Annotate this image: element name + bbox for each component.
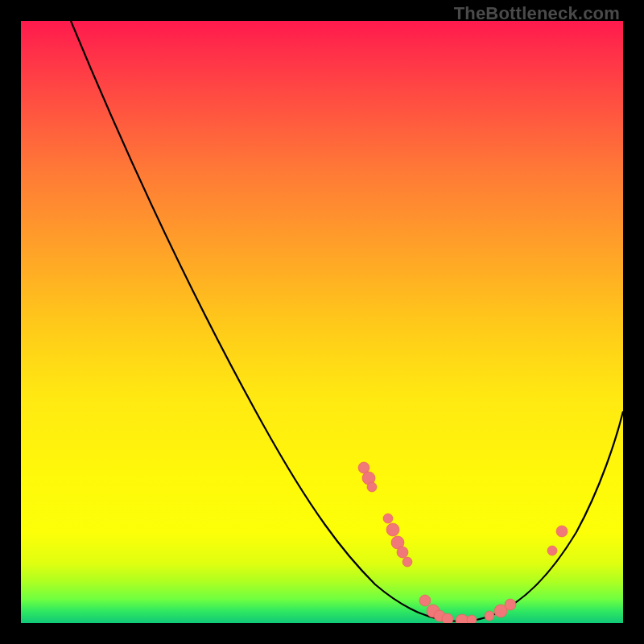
curve-marker (467, 615, 477, 623)
curve-marker (383, 514, 393, 523)
curve-markers (358, 462, 568, 623)
curve-marker (505, 599, 516, 610)
curve-marker (386, 523, 399, 536)
curve-marker (547, 546, 557, 555)
curve-marker (442, 613, 453, 623)
curve-marker (367, 482, 377, 492)
curve-marker (456, 614, 469, 623)
curve-marker (397, 547, 408, 558)
curve-marker (419, 595, 431, 606)
curve-marker (556, 526, 568, 537)
watermark-text: TheBottleneck.com (454, 3, 620, 24)
curve-marker (485, 611, 494, 621)
chart-svg (21, 21, 623, 623)
bottleneck-curve (71, 21, 623, 621)
chart-frame (21, 21, 623, 623)
curve-marker (402, 557, 412, 567)
